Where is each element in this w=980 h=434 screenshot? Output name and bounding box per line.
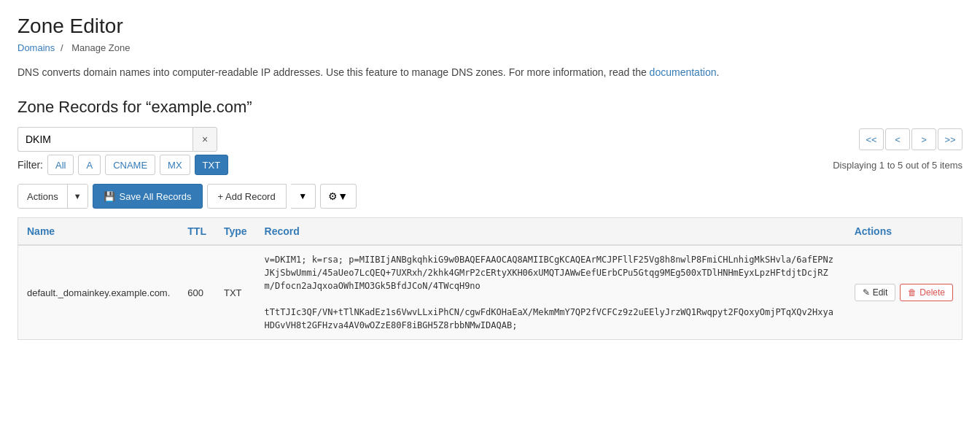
- pagination-last-button[interactable]: >>: [938, 128, 962, 150]
- breadcrumb-current: Manage Zone: [71, 42, 130, 53]
- filter-all-button[interactable]: All: [47, 155, 74, 175]
- gear-button[interactable]: ⚙▼: [320, 184, 357, 209]
- action-bar: Actions ▼ 💾 Save All Records + Add Recor…: [18, 184, 962, 209]
- search-clear-button[interactable]: ×: [192, 127, 217, 152]
- records-table: Name TTL Type Record Actions default._do…: [18, 217, 962, 340]
- save-icon: 💾: [104, 191, 115, 202]
- search-area: ×: [18, 127, 217, 152]
- table-row: default._domainkey.example.com. 600 TXT …: [18, 245, 962, 340]
- filter-label: Filter:: [18, 159, 43, 171]
- table-header-row: Name TTL Type Record Actions: [18, 218, 962, 246]
- actions-main-button[interactable]: Actions: [18, 185, 67, 208]
- actions-caret-button[interactable]: ▼: [67, 185, 88, 208]
- documentation-link[interactable]: documentation: [650, 66, 717, 78]
- trash-icon: 🗑: [908, 287, 917, 298]
- edit-button[interactable]: ✎ Edit: [855, 284, 896, 301]
- filter-mx-button[interactable]: MX: [160, 155, 190, 175]
- filter-row: Filter: All A CNAME MX TXT Displaying 1 …: [18, 155, 962, 175]
- gear-icon: ⚙: [328, 190, 338, 202]
- zone-records-title: Zone Records for “example.com”: [18, 98, 962, 117]
- column-type: Type: [215, 218, 256, 246]
- record-type: TXT: [215, 245, 256, 340]
- search-input[interactable]: [18, 127, 192, 152]
- column-name: Name: [18, 218, 179, 246]
- pagination-next-button[interactable]: >: [911, 128, 936, 150]
- record-name: default._domainkey.example.com.: [18, 245, 179, 340]
- pagination-first-button[interactable]: <<: [859, 128, 884, 150]
- breadcrumb-parent-link[interactable]: Domains: [18, 42, 55, 53]
- column-actions: Actions: [846, 218, 962, 246]
- filter-cname-button[interactable]: CNAME: [105, 155, 155, 175]
- breadcrumb: Domains / Manage Zone: [18, 42, 962, 53]
- filter-a-button[interactable]: A: [78, 155, 101, 175]
- actions-dropdown: Actions ▼: [18, 184, 88, 209]
- add-record-dropdown-button[interactable]: ▼: [291, 184, 316, 209]
- column-record: Record: [256, 218, 846, 246]
- save-all-button[interactable]: 💾 Save All Records: [93, 184, 203, 209]
- delete-button[interactable]: 🗑 Delete: [900, 284, 953, 301]
- right-buttons: 💾 Save All Records + Add Record ▼ ⚙▼: [93, 184, 357, 209]
- record-value: v=DKIM1; k=rsa; p=MIIBIjANBgkqhkiG9w0BAQ…: [256, 245, 846, 340]
- pagination-prev-button[interactable]: <: [885, 128, 910, 150]
- pagination: << < > >>: [859, 128, 962, 150]
- record-ttl: 600: [179, 245, 215, 340]
- page-title: Zone Editor: [18, 15, 962, 38]
- displaying-text: Displaying 1 to 5 out of 5 items: [833, 160, 962, 171]
- edit-icon: ✎: [863, 287, 870, 298]
- page-description: DNS converts domain names into computer-…: [18, 65, 962, 80]
- add-record-button[interactable]: + Add Record: [207, 184, 287, 209]
- column-ttl: TTL: [179, 218, 215, 246]
- record-actions-cell: ✎ Edit 🗑 Delete: [846, 245, 962, 340]
- filter-txt-button[interactable]: TXT: [195, 155, 229, 175]
- filter-left: Filter: All A CNAME MX TXT: [18, 155, 228, 175]
